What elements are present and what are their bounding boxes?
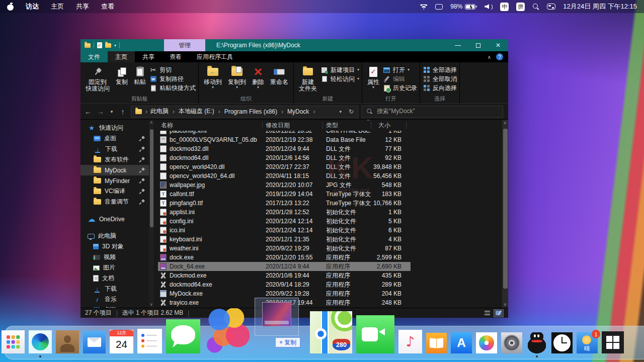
scroll-up-icon[interactable]: ∧ bbox=[150, 120, 153, 125]
windows-start-icon[interactable] bbox=[602, 331, 624, 353]
calfont.ttf[interactable]: calfont.ttf 2019/12/29 14:04 TrueType 字体… bbox=[158, 190, 411, 199]
weather.ini[interactable]: weather.ini 2020/9/22 19:29 初始化文件 87 KB bbox=[158, 244, 411, 253]
applist.ini[interactable]: applist.ini 2020/1/28 12:52 初始化文件 1 KB bbox=[158, 208, 411, 217]
pin-to-quick-access-button[interactable]: 固定到 快速访问 bbox=[83, 64, 112, 92]
breadcrumb[interactable]: 此电脑 本地磁盘 (E:) Program Files (x86) MyDock… bbox=[131, 106, 358, 118]
apple-icon[interactable] bbox=[7, 3, 14, 11]
address-dropdown-icon[interactable]: ▾ bbox=[339, 109, 342, 114]
sidebar-item[interactable]: 桌面 bbox=[80, 133, 149, 144]
padconfig.xml[interactable]: padconfig.xml 2020/11/22 18:52 Cent HTML… bbox=[158, 131, 411, 135]
dockmod32.dll[interactable]: dockmod32.dll 2020/12/24 9:44 DLL 文件 77 … bbox=[158, 144, 411, 153]
maps-icon[interactable]: 280 bbox=[310, 311, 352, 353]
sidebar-item[interactable]: 发布软件 bbox=[80, 154, 149, 165]
sidebar-item[interactable]: 视频 bbox=[80, 252, 149, 262]
pin-icon[interactable] bbox=[139, 189, 144, 194]
copy-to-button[interactable]: 复制到▾ bbox=[225, 64, 249, 89]
launchpad-icon[interactable] bbox=[2, 330, 25, 353]
back-icon[interactable]: ← bbox=[84, 108, 93, 116]
paste-button[interactable]: 粘贴 bbox=[131, 64, 148, 85]
scrollbar-thumb[interactable] bbox=[503, 129, 508, 289]
mail-icon[interactable] bbox=[83, 331, 106, 353]
invert-selection-button[interactable]: 反向选择 bbox=[423, 84, 457, 92]
battery-indicator[interactable]: 98% bbox=[450, 3, 477, 10]
open-button[interactable]: 打开▾ bbox=[383, 66, 417, 73]
edge-icon[interactable] bbox=[29, 330, 52, 353]
sidebar-item[interactable]: MyFinder bbox=[80, 175, 149, 186]
tab-file[interactable]: 文件 bbox=[80, 51, 108, 62]
delete-button[interactable]: 删除▾ bbox=[250, 64, 267, 89]
messages-icon[interactable] bbox=[166, 319, 200, 353]
column-header-date[interactable]: 修改日期 bbox=[263, 120, 323, 131]
wallpaper.jpg[interactable]: wallpaper.jpg 2020/12/20 10:07 JPG 文件 54… bbox=[158, 180, 411, 190]
refresh-icon[interactable]: ↻ bbox=[349, 108, 354, 115]
minimize-button[interactable]: — bbox=[448, 39, 468, 51]
calendar-icon[interactable]: 12月 24 bbox=[110, 330, 133, 353]
dockmod64.exe[interactable]: dockmod64.exe 2020/9/14 18:29 应用程序 289 K… bbox=[158, 280, 411, 289]
settings-icon[interactable] bbox=[501, 332, 522, 353]
breadcrumb-segment[interactable]: MyDock bbox=[286, 108, 316, 115]
new-folder-button[interactable]: 新建 文件夹 bbox=[296, 64, 319, 92]
select-none-button[interactable]: 全部取消 bbox=[423, 75, 457, 82]
pin-icon[interactable] bbox=[139, 147, 144, 152]
pin-icon[interactable] bbox=[139, 168, 144, 173]
select-all-button[interactable]: 全部选择 bbox=[423, 66, 457, 73]
ime-hanzi-icon[interactable]: 中 bbox=[500, 3, 509, 11]
sidebar-item[interactable]: 下载 bbox=[80, 284, 149, 294]
sidebar-item[interactable]: OneDrive bbox=[80, 214, 149, 224]
Dock_64.exe[interactable]: Dock_64.exe 2020/12/24 9:44 应用程序 2,690 K… bbox=[158, 262, 411, 271]
clock-icon[interactable] bbox=[551, 332, 573, 353]
forward-icon[interactable]: → bbox=[96, 108, 105, 116]
ico.ini[interactable]: ico.ini 2020/12/24 12:14 初始化文件 6 KB bbox=[158, 226, 411, 235]
tab-home[interactable]: 主页 bbox=[108, 51, 135, 62]
sidebar-item[interactable]: MyDock bbox=[80, 165, 149, 175]
config.ini[interactable]: config.ini 2020/12/24 12:14 初始化文件 5 KB bbox=[158, 217, 411, 226]
facetime-icon[interactable] bbox=[356, 315, 394, 353]
column-header-name[interactable]: 名称 bbox=[158, 120, 263, 131]
rename-button[interactable]: 重命名 bbox=[268, 64, 291, 85]
help-icon[interactable]: ? bbox=[496, 53, 503, 60]
sidebar-item[interactable]: 此电脑 bbox=[80, 231, 149, 241]
breadcrumb-segment[interactable]: Program Files (x86) bbox=[223, 108, 284, 115]
copy-path-button[interactable]: 复制路径 bbox=[149, 75, 196, 82]
menubar-datetime[interactable]: 12月24日 周四 下午12:15 bbox=[563, 2, 637, 11]
move-to-button[interactable]: 移动到▾ bbox=[201, 64, 224, 89]
qat-folder-icon[interactable] bbox=[85, 43, 91, 48]
appstore-icon[interactable] bbox=[451, 332, 472, 353]
weather-icon[interactable]: 晴 1 bbox=[577, 332, 598, 353]
contextual-tab-manage[interactable]: 管理 bbox=[164, 39, 205, 51]
history-button[interactable]: 历史记录 bbox=[383, 84, 417, 92]
opencv_world420_64.dll[interactable]: opencv_world420_64.dll 2020/4/11 18:15 D… bbox=[158, 171, 411, 180]
music-icon[interactable] bbox=[398, 330, 422, 353]
display-icon[interactable] bbox=[435, 4, 443, 10]
colorful-circles-app-icon[interactable] bbox=[204, 308, 250, 353]
breadcrumb-segment[interactable]: 此电脑 bbox=[149, 107, 176, 116]
collapse-ribbon-icon[interactable]: ∧ bbox=[488, 54, 491, 60]
wifi-icon[interactable] bbox=[420, 4, 428, 10]
pingfang0.ttf[interactable]: pingfang0.ttf 2017/12/3 13:22 TrueType 字… bbox=[158, 199, 411, 208]
tab-app-tools[interactable]: 应用程序工具 bbox=[189, 51, 240, 62]
paste-shortcut-button[interactable]: 粘贴快捷方式 bbox=[149, 84, 196, 92]
easy-access-button[interactable]: 轻松访问▾ bbox=[320, 75, 359, 82]
sidebar-item[interactable]: VC编译 bbox=[80, 186, 149, 197]
dockmod64.dll[interactable]: dockmod64.dll 2020/12/6 14:56 DLL 文件 92 … bbox=[158, 153, 411, 162]
qat-dropdown-icon[interactable]: ▾ bbox=[114, 43, 116, 48]
menu-share[interactable]: 共享 bbox=[76, 2, 89, 11]
pin-icon[interactable] bbox=[139, 200, 144, 205]
cut-button[interactable]: 剪切 bbox=[149, 66, 196, 73]
sidebar-scrollbar[interactable]: ∧ ∨ bbox=[149, 120, 154, 308]
dock.exe[interactable]: dock.exe 2020/12/20 15:55 应用程序 2,599 KB bbox=[158, 253, 411, 262]
breadcrumb-segment[interactable]: 本地磁盘 (E:) bbox=[178, 107, 221, 116]
opencv_world420.dll[interactable]: opencv_world420.dll 2020/2/17 22:37 DLL … bbox=[158, 162, 411, 171]
control-center-icon[interactable] bbox=[547, 4, 555, 10]
volume-icon[interactable] bbox=[485, 4, 493, 10]
sidebar-item[interactable]: 下载 bbox=[80, 144, 149, 154]
properties-button[interactable]: 属性▾ bbox=[365, 64, 382, 89]
search-input[interactable]: 搜索"MyDock" bbox=[362, 106, 503, 118]
pin-icon[interactable] bbox=[139, 157, 144, 162]
sidebar-item[interactable]: 快速访问 bbox=[80, 123, 149, 133]
filelist-scrollbar[interactable]: ∧ ∨ bbox=[502, 120, 508, 308]
new-item-button[interactable]: 新建项目▾ bbox=[320, 66, 359, 73]
qat-properties-icon[interactable] bbox=[97, 42, 102, 48]
ime-pinyin-icon[interactable]: 拼 bbox=[516, 3, 525, 11]
scrollbar-thumb[interactable] bbox=[150, 129, 153, 227]
